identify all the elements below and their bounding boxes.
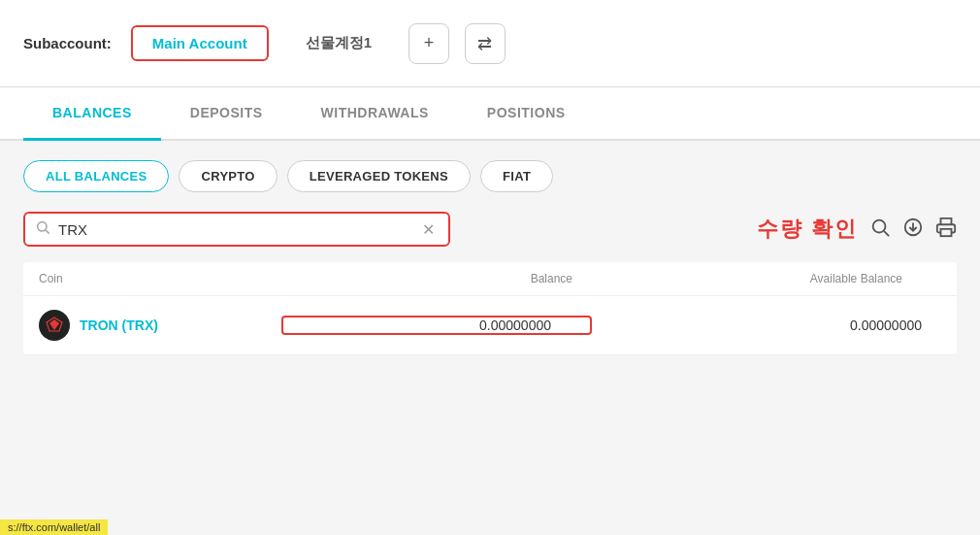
svg-line-1	[46, 230, 49, 234]
transfer-button[interactable]: ⇄	[465, 23, 506, 64]
main-account-tab[interactable]: Main Account	[131, 25, 269, 61]
search-clear-button[interactable]: ✕	[418, 220, 439, 239]
search-input-value: TRX	[58, 221, 410, 238]
gift-account-tab[interactable]: 선물계정1	[284, 24, 393, 62]
available-balance-value: 0.00000000	[850, 318, 922, 333]
search-action-icon[interactable]	[869, 217, 891, 243]
print-icon[interactable]	[935, 217, 957, 243]
tab-withdrawals[interactable]: WITHDRAWALS	[292, 87, 458, 141]
filter-all-balances[interactable]: ALL BALANCES	[23, 160, 169, 192]
balance-table: Coin Balance Available Balance TRON (TRX…	[23, 262, 957, 355]
search-action-row: TRX ✕ 수량 확인	[23, 212, 957, 247]
filter-row: ALL BALANCES CRYPTO LEVERAGED TOKENS FIA…	[23, 160, 957, 192]
content-area: ALL BALANCES CRYPTO LEVERAGED TOKENS FIA…	[0, 141, 980, 375]
balance-cell-highlighted: 0.00000000	[281, 316, 592, 335]
tab-deposits[interactable]: DEPOSITS	[161, 87, 292, 141]
filter-leveraged-tokens[interactable]: LEVERAGED TOKENS	[287, 160, 471, 192]
svg-marker-8	[49, 319, 59, 330]
table-row: TRON (TRX) 0.00000000 0.00000000	[23, 296, 957, 355]
col-header-available-balance: Available Balance	[611, 272, 941, 285]
main-tabs: BALANCES DEPOSITS WITHDRAWALS POSITIONS	[0, 87, 980, 141]
tron-icon	[39, 310, 70, 341]
balance-value: 0.00000000	[479, 318, 551, 333]
svg-point-0	[38, 222, 47, 231]
search-icon	[35, 219, 50, 239]
coin-cell: TRON (TRX)	[39, 310, 281, 341]
quantity-confirm-label: 수량 확인	[757, 215, 858, 244]
svg-rect-6	[941, 228, 952, 235]
subaccount-label: Subaccount:	[23, 35, 112, 51]
col-header-coin: Coin	[39, 272, 281, 285]
available-balance-cell: 0.00000000	[611, 317, 941, 334]
filter-fiat[interactable]: FIAT	[480, 160, 553, 192]
table-header: Coin Balance Available Balance	[23, 262, 957, 296]
col-header-balance: Balance	[281, 272, 611, 285]
filter-crypto[interactable]: CRYPTO	[179, 160, 277, 192]
tab-positions[interactable]: POSITIONS	[458, 87, 595, 141]
svg-line-3	[884, 231, 889, 236]
download-icon[interactable]	[902, 217, 924, 243]
search-box[interactable]: TRX ✕	[23, 212, 450, 247]
status-bar: s://ftx.com/wallet/all	[0, 519, 108, 535]
tab-balances[interactable]: BALANCES	[23, 87, 161, 141]
svg-point-2	[873, 219, 886, 232]
add-account-button[interactable]: +	[408, 23, 449, 64]
action-buttons: 수량 확인	[757, 215, 957, 244]
coin-name: TRON (TRX)	[80, 318, 158, 333]
subaccount-bar: Subaccount: Main Account 선물계정1 + ⇄	[0, 0, 980, 87]
